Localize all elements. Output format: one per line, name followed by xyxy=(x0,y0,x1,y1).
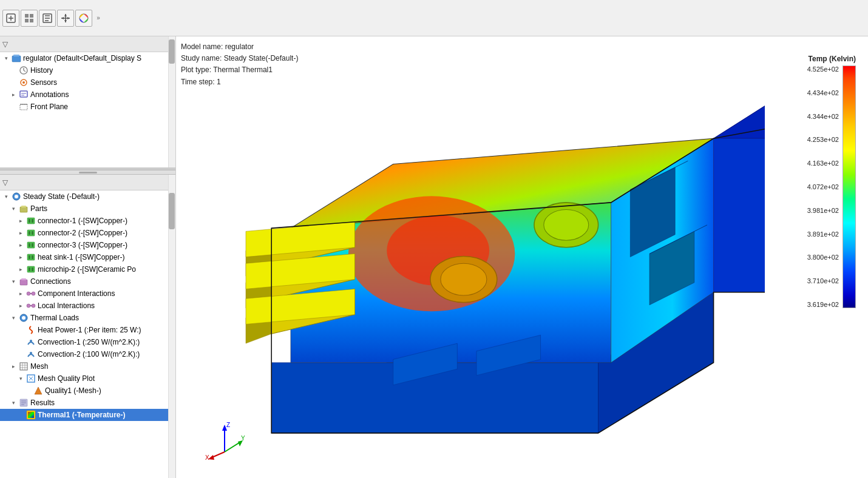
icon-connector2 xyxy=(26,228,36,238)
svg-marker-14 xyxy=(67,17,70,19)
tree-item-results[interactable]: ▾ Results xyxy=(0,397,175,409)
svg-rect-59 xyxy=(20,363,27,370)
svg-rect-33 xyxy=(29,219,30,223)
svg-point-85 xyxy=(441,263,487,295)
model-3d xyxy=(188,55,765,478)
toolbar: » xyxy=(0,0,868,36)
svg-rect-41 xyxy=(27,254,35,260)
tree-item-connector1[interactable]: ▸ connector-1 (-[SW]Copper-) xyxy=(0,215,175,227)
tree-item-comp-interactions[interactable]: ▸ Component Interactions xyxy=(0,288,175,300)
expander-parts[interactable]: ▾ xyxy=(10,205,17,212)
svg-rect-26 xyxy=(20,104,27,110)
thermal-loads-label: Thermal Loads xyxy=(30,314,79,322)
tree-item-mesh[interactable]: ▸ Mesh xyxy=(0,360,175,372)
expander-mesh[interactable]: ▸ xyxy=(10,363,17,370)
move-button[interactable] xyxy=(57,10,74,27)
legend-value: 4.163e+02 xyxy=(807,160,839,167)
comp-interactions-label: Component Interactions xyxy=(38,289,115,298)
toolbar-expand-button[interactable]: » xyxy=(93,10,103,27)
expander-connector2[interactable]: ▸ xyxy=(17,229,24,237)
svg-rect-38 xyxy=(27,242,35,248)
main-layout: ▽ ▾ regulator (Default<Default_Display S… xyxy=(0,36,868,478)
viewport[interactable]: Model name: regulator Study name: Steady… xyxy=(176,36,868,478)
connections-label: Connections xyxy=(30,277,71,286)
expander-results[interactable]: ▾ xyxy=(10,399,17,406)
tree-item-meshquality[interactable]: ▾ Mesh Quality Plot xyxy=(0,372,175,385)
tree-item-microchip2[interactable]: ▸ microchip-2 (-[SW]Ceramic Po xyxy=(0,263,175,275)
tree-item-connector3[interactable]: ▸ connector-3 (-[SW]Copper-) xyxy=(0,239,175,251)
svg-rect-23 xyxy=(20,91,27,97)
tree-item-heatpower1[interactable]: ▸ Heat Power-1 (:Per item: 25 W:) xyxy=(0,324,175,336)
expander-meshquality[interactable]: ▾ xyxy=(17,375,24,382)
expander-local-interactions[interactable]: ▸ xyxy=(17,302,24,309)
svg-rect-36 xyxy=(29,231,30,235)
tree-item-convection2[interactable]: ▸ Convection-2 (:100 W/(m^2.K):) xyxy=(0,348,175,360)
tree-item-parts[interactable]: ▾ Parts xyxy=(0,203,175,215)
svg-rect-30 xyxy=(20,207,27,212)
local-interactions-label: Local Interactions xyxy=(38,301,95,310)
color-button[interactable] xyxy=(75,10,92,27)
icon-local-interactions xyxy=(26,301,36,311)
tree-button[interactable] xyxy=(39,10,56,27)
svg-rect-35 xyxy=(27,230,35,236)
z-label: Z xyxy=(226,422,230,428)
expander-microchip2[interactable]: ▸ xyxy=(17,266,24,273)
svg-rect-43 xyxy=(32,255,33,259)
tree-item-quality1[interactable]: ▸ Quality1 (-Mesh-) xyxy=(0,385,175,397)
y-label: Y xyxy=(241,435,245,442)
panel-divider[interactable] xyxy=(0,170,175,175)
mesh-label: Mesh xyxy=(30,362,48,371)
tree-item-annotations[interactable]: ▸ Annotations xyxy=(0,89,175,101)
expander-connector1[interactable]: ▸ xyxy=(17,217,24,224)
expander-connections[interactable]: ▾ xyxy=(10,278,17,285)
tree-item-local-interactions[interactable]: ▸ Local Interactions xyxy=(0,300,175,312)
plot-type: Plot type: Thermal Thermal1 xyxy=(181,64,298,76)
svg-point-57 xyxy=(30,340,32,342)
tree-item-frontplane[interactable]: ▸ Front Plane xyxy=(0,101,175,113)
bottom-tree-scrollbar[interactable] xyxy=(168,175,175,478)
tree-item-history[interactable]: ▸ History xyxy=(0,64,175,76)
tree-item-thermal1[interactable]: ▸ Thermal1 (-Temperature-) xyxy=(0,409,175,421)
regulator-label: regulator (Default<Default_Display S xyxy=(23,54,141,62)
expander-heatsink1[interactable]: ▸ xyxy=(17,254,24,261)
tree-item-steadystate[interactable]: ▾ Steady State (-Default-) xyxy=(0,190,175,203)
tree-item-convection1[interactable]: ▸ Convection-1 (:250 W/(m^2.K):) xyxy=(0,336,175,348)
results-label: Results xyxy=(30,399,55,407)
top-tree: ▽ ▾ regulator (Default<Default_Display S… xyxy=(0,36,175,170)
expander-connector3[interactable]: ▸ xyxy=(17,241,24,249)
svg-rect-17 xyxy=(13,55,19,56)
tree-item-connector2[interactable]: ▸ connector-2 (-[SW]Copper-) xyxy=(0,227,175,239)
sim-filter-icon: ▽ xyxy=(2,178,8,187)
svg-marker-86 xyxy=(714,93,765,138)
expander-regulator[interactable]: ▾ xyxy=(2,55,10,62)
left-panel: ▽ ▾ regulator (Default<Default_Display S… xyxy=(0,36,176,478)
svg-marker-13 xyxy=(61,17,64,19)
icon-steadystate xyxy=(12,192,21,201)
tree-item-thermal-loads[interactable]: ▾ Thermal Loads xyxy=(0,312,175,324)
legend-labels: 4.525e+024.434e+024.344e+024.253e+024.16… xyxy=(807,66,839,308)
icon-annotations xyxy=(19,90,29,99)
tree-item-heatsink1[interactable]: ▸ heat sink-1 (-[SW]Copper-) xyxy=(0,251,175,263)
connector3-label: connector-3 (-[SW]Copper-) xyxy=(38,241,127,249)
history-label: History xyxy=(30,66,53,75)
legend-value: 4.344e+02 xyxy=(807,113,839,120)
legend-value: 4.434e+02 xyxy=(807,89,839,96)
expander-annotations[interactable]: ▸ xyxy=(10,91,17,98)
info-overlay: Model name: regulator Study name: Steady… xyxy=(181,41,298,88)
expander-thermal-loads[interactable]: ▾ xyxy=(10,314,17,321)
parts-label: Parts xyxy=(30,204,47,213)
tree-item-sensors[interactable]: ▸ Sensors xyxy=(0,76,175,89)
view-button[interactable] xyxy=(21,10,38,27)
icon-convection1 xyxy=(26,337,36,347)
filter-bar: ▽ xyxy=(0,36,175,52)
heatpower1-label: Heat Power-1 (:Per item: 25 W:) xyxy=(38,326,141,334)
rotate-button[interactable] xyxy=(2,10,19,27)
model-name: Model name: regulator xyxy=(181,41,298,53)
icon-thermal-loads xyxy=(19,313,29,323)
expander-comp-interactions[interactable]: ▸ xyxy=(17,290,24,297)
icon-parts xyxy=(19,204,29,214)
top-tree-scrollbar[interactable] xyxy=(168,36,175,167)
expander-steadystate[interactable]: ▾ xyxy=(2,193,10,200)
tree-item-connections[interactable]: ▾ Connections xyxy=(0,275,175,288)
tree-item-regulator[interactable]: ▾ regulator (Default<Default_Display S xyxy=(0,52,175,64)
